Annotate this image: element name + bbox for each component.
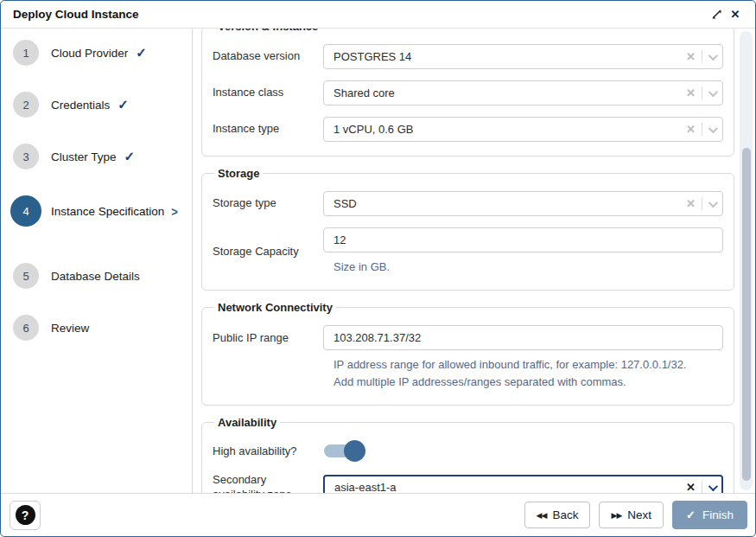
adorn-divider (702, 86, 702, 99)
close-icon[interactable]: ✕ (726, 5, 745, 24)
clear-icon[interactable]: ✕ (686, 124, 696, 135)
check-icon: ✓ (118, 97, 129, 112)
section-legend: Network Connectivity (214, 301, 336, 314)
field-secondary-availability-zone: Secondary availability zone ✕ (213, 473, 723, 493)
storage-capacity-hint: Size in GB. (334, 259, 723, 276)
field-label: Instance type (213, 122, 323, 136)
finish-button-label: Finish (702, 508, 734, 521)
next-button[interactable]: ▶▶ Next (599, 502, 664, 528)
section-availability: Availability High availability? Secondar… (201, 416, 734, 493)
form-area: Version & Instance Database version ✕ (193, 29, 755, 493)
public-ip-hint-line1: IP address range for allowed inbound tra… (334, 356, 723, 374)
toggle-knob (344, 440, 365, 462)
check-icon: ✓ (136, 45, 147, 61)
adorn-divider (702, 197, 702, 210)
adorn-divider (702, 50, 702, 63)
secondary-availability-zone-select[interactable] (323, 475, 723, 493)
check-icon: ✓ (124, 149, 136, 164)
field-storage-capacity: Storage Capacity Size in GB. (213, 227, 723, 276)
field-label: Instance class (213, 86, 323, 99)
section-legend: Storage (214, 167, 263, 180)
vertical-scrollbar[interactable] (740, 31, 753, 490)
field-storage-type: Storage type ✕ (213, 191, 723, 216)
select-adornments: ✕ (686, 44, 715, 69)
field-instance-type: Instance type ✕ (213, 117, 723, 142)
public-ip-hint: IP address range for allowed inbound tra… (334, 356, 723, 391)
storage-type-select[interactable] (323, 191, 723, 216)
step-credentials[interactable]: 2 Credentials ✓ (13, 92, 192, 118)
back-button[interactable]: ◀◀ Back (524, 502, 591, 528)
select-adornments: ✕ (686, 475, 715, 493)
step-number-badge: 1 (13, 40, 39, 66)
field-high-availability: High availability? (213, 440, 723, 462)
back-button-label: Back (552, 508, 578, 521)
step-number-badge: 5 (13, 263, 39, 289)
instance-type-select[interactable] (323, 117, 723, 142)
clear-icon[interactable]: ✕ (686, 87, 696, 99)
select-adornments: ✕ (686, 117, 715, 142)
high-availability-toggle[interactable] (324, 443, 360, 459)
finish-button[interactable]: ✓ Finish (672, 501, 747, 529)
dialog-footer: ? ◀◀ Back ▶▶ Next ✓ Finish (1, 493, 755, 536)
adorn-divider (702, 481, 702, 493)
scrollbar-thumb[interactable] (742, 148, 751, 481)
clear-icon[interactable]: ✕ (686, 482, 696, 493)
field-instance-class: Instance class ✕ (213, 80, 723, 105)
wizard-steps-sidebar: 1 Cloud Provider ✓ 2 Credentials ✓ 3 Clu… (1, 29, 193, 493)
field-label: Storage type (213, 196, 323, 210)
section-network-connectivity: Network Connectivity Public IP range IP … (201, 301, 734, 406)
step-number-badge: 4 (10, 195, 41, 227)
step-label: Cluster Type (51, 150, 117, 163)
step-label: Instance Specification (51, 205, 164, 218)
maximize-icon[interactable] (707, 5, 726, 24)
field-label: Secondary availability zone (213, 473, 323, 493)
step-review[interactable]: 6 Review (13, 315, 192, 341)
clear-icon[interactable]: ✕ (686, 51, 696, 62)
help-button[interactable]: ? (10, 501, 41, 530)
database-version-select[interactable] (323, 44, 723, 69)
dialog-title: Deploy Cloud Instance (13, 8, 139, 21)
step-cloud-provider[interactable]: 1 Cloud Provider ✓ (13, 40, 192, 66)
instance-class-select[interactable] (323, 80, 723, 105)
step-cluster-type[interactable]: 3 Cluster Type ✓ (13, 144, 192, 169)
back-icon: ◀◀ (537, 511, 547, 520)
step-number-badge: 2 (13, 92, 39, 118)
step-number-badge: 6 (13, 315, 39, 341)
form-scroll-region: Version & Instance Database version ✕ (193, 29, 738, 493)
section-version-instance: Version & Instance Database version ✕ (201, 29, 734, 157)
select-adornments: ✕ (686, 80, 715, 105)
storage-capacity-input[interactable] (323, 227, 723, 253)
field-public-ip-range: Public IP range IP address range for all… (213, 325, 723, 391)
clear-icon[interactable]: ✕ (686, 198, 696, 209)
step-instance-specification[interactable]: 4 Instance Specification > (13, 195, 192, 227)
deploy-cloud-instance-dialog: Deploy Cloud Instance ✕ 1 Cloud Provider… (0, 0, 756, 537)
step-label: Credentials (51, 99, 110, 112)
dialog-body: 1 Cloud Provider ✓ 2 Credentials ✓ 3 Clu… (1, 29, 755, 493)
next-icon: ▶▶ (611, 511, 621, 520)
step-number-badge: 3 (13, 144, 39, 169)
section-legend: Availability (214, 416, 280, 429)
step-label: Cloud Provider (51, 47, 128, 60)
public-ip-hint-line2: Add multiple IP addresses/ranges separat… (334, 374, 723, 391)
next-button-label: Next (627, 508, 651, 521)
public-ip-range-input[interactable] (323, 325, 723, 350)
field-label: Storage Capacity (213, 245, 323, 259)
step-label: Review (51, 322, 89, 335)
field-label: High availability? (213, 444, 323, 458)
step-database-details[interactable]: 5 Database Details (13, 263, 192, 289)
section-storage: Storage Storage type ✕ (201, 167, 734, 291)
field-label: Public IP range (213, 331, 323, 345)
check-icon: ✓ (686, 508, 696, 521)
field-database-version: Database version ✕ (213, 44, 723, 69)
adorn-divider (702, 123, 702, 136)
select-adornments: ✕ (686, 191, 715, 216)
field-label: Database version (213, 49, 323, 63)
chevron-right-icon: > (171, 203, 178, 218)
step-label: Database Details (51, 270, 140, 283)
help-icon: ? (16, 505, 35, 525)
dialog-titlebar: Deploy Cloud Instance ✕ (1, 1, 755, 29)
section-legend: Version & Instance (214, 29, 321, 33)
